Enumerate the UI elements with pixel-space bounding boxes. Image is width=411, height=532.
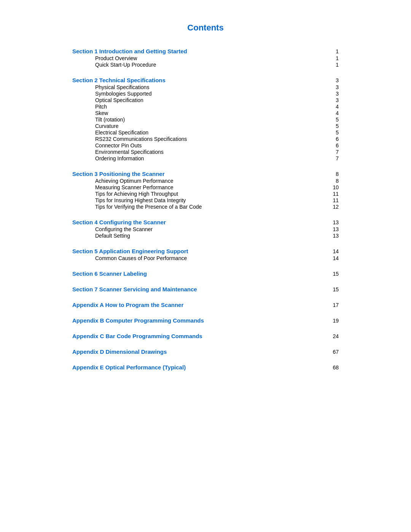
toc-sub-item-section2-0[interactable]: Physical Specifications3 [72, 84, 339, 90]
sub-item-label-section2-8: RS232 Communications Specifications [95, 136, 327, 142]
toc-section-appendixC: Appendix C Bar Code Programming Commands… [72, 333, 339, 339]
section-title-section2: Section 2 Technical Specifications [72, 77, 327, 83]
section-title-section7: Section 7 Scanner Servicing and Maintena… [72, 286, 327, 292]
toc-sub-item-section3-4[interactable]: Tips for Verifying the Presence of a Bar… [72, 204, 339, 210]
toc-section-appendixA: Appendix A How to Program the Scanner17 [72, 302, 339, 308]
sub-page-num-section2-3: 4 [327, 104, 339, 110]
sub-page-num-section2-5: 5 [327, 117, 339, 123]
toc-sub-item-section1-0[interactable]: Product Overview1 [72, 55, 339, 61]
toc-sub-item-section2-8[interactable]: RS232 Communications Specifications6 [72, 136, 339, 142]
section-page-appendixC: 24 [327, 333, 339, 339]
sub-page-num-section5-0: 14 [327, 255, 339, 261]
sub-item-label-section2-5: Tilt (rotation) [95, 117, 327, 123]
toc-sub-item-section2-11[interactable]: Ordering Information7 [72, 155, 339, 161]
toc-section-header-section1[interactable]: Section 1 Introduction and Getting Start… [72, 48, 339, 54]
sub-item-label-section3-1: Measuring Scanner Performance [95, 184, 327, 190]
sub-item-label-section3-2: Tips for Achieving High Throughput [95, 191, 327, 197]
section-page-appendixA: 17 [327, 302, 339, 308]
toc-section-header-section2[interactable]: Section 2 Technical Specifications3 [72, 77, 339, 83]
sub-item-label-section2-0: Physical Specifications [95, 84, 327, 90]
toc-sub-item-section2-9[interactable]: Connector Pin Outs6 [72, 142, 339, 149]
sub-item-label-section5-0: Common Causes of Poor Performance [95, 255, 327, 261]
section-title-section5: Section 5 Application Engineering Suppor… [72, 248, 327, 254]
section-page-appendixD: 67 [327, 349, 339, 355]
toc-section-appendixB: Appendix B Computer Programming Commands… [72, 317, 339, 324]
sub-page-num-section2-1: 3 [327, 91, 339, 97]
toc-section-header-section6[interactable]: Section 6 Scanner Labeling15 [72, 270, 339, 277]
sub-page-num-section4-0: 13 [327, 226, 339, 232]
toc-sub-item-section2-4[interactable]: Skew4 [72, 110, 339, 116]
section-title-appendixD: Appendix D Dimensional Drawings [72, 348, 327, 355]
sub-item-label-section2-11: Ordering Information [95, 155, 327, 161]
toc-section-section1: Section 1 Introduction and Getting Start… [72, 48, 339, 68]
toc-section-header-appendixD[interactable]: Appendix D Dimensional Drawings67 [72, 348, 339, 355]
toc-section-header-appendixA[interactable]: Appendix A How to Program the Scanner17 [72, 302, 339, 308]
section-title-appendixA: Appendix A How to Program the Scanner [72, 302, 327, 308]
toc-sub-item-section2-6[interactable]: Curvature5 [72, 123, 339, 129]
sub-page-num-section3-1: 10 [327, 184, 339, 190]
sub-item-label-section4-0: Configuring the Scanner [95, 226, 327, 232]
sub-item-label-section2-10: Environmental Specifications [95, 149, 327, 155]
sub-page-num-section2-9: 6 [327, 142, 339, 149]
toc-sub-item-section4-0[interactable]: Configuring the Scanner13 [72, 226, 339, 232]
sub-page-num-section4-1: 13 [327, 233, 339, 239]
toc-section-header-section3[interactable]: Section 3 Positioning the Scanner8 [72, 171, 339, 177]
toc-section-section7: Section 7 Scanner Servicing and Maintena… [72, 286, 339, 292]
section-page-section2: 3 [327, 77, 339, 83]
toc-sub-item-section2-1[interactable]: Symbologies Supported3 [72, 91, 339, 97]
sub-page-num-section1-1: 1 [327, 62, 339, 68]
toc-sub-item-section2-10[interactable]: Environmental Specifications7 [72, 149, 339, 155]
sub-item-label-section3-4: Tips for Verifying the Presence of a Bar… [95, 204, 327, 210]
section-page-section3: 8 [327, 171, 339, 177]
toc-sub-item-section3-2[interactable]: Tips for Achieving High Throughput11 [72, 191, 339, 197]
section-page-section4: 13 [327, 219, 339, 225]
toc-section-section3: Section 3 Positioning the Scanner8Achiev… [72, 171, 339, 210]
page-title: Contents [30, 23, 381, 33]
sub-item-label-section2-9: Connector Pin Outs [95, 142, 327, 149]
toc-section-header-appendixC[interactable]: Appendix C Bar Code Programming Commands… [72, 333, 339, 339]
section-title-appendixB: Appendix B Computer Programming Commands [72, 317, 327, 324]
toc-section-header-appendixB[interactable]: Appendix B Computer Programming Commands… [72, 317, 339, 324]
section-page-appendixE: 68 [327, 364, 339, 371]
section-page-section1: 1 [327, 48, 339, 54]
sub-item-label-section3-0: Achieving Optimum Performance [95, 178, 327, 184]
sub-item-label-section2-6: Curvature [95, 123, 327, 129]
sub-page-num-section3-4: 12 [327, 204, 339, 210]
sub-item-label-section2-1: Symbologies Supported [95, 91, 327, 97]
toc-sub-item-section3-1[interactable]: Measuring Scanner Performance10 [72, 184, 339, 190]
toc-section-header-section5[interactable]: Section 5 Application Engineering Suppor… [72, 248, 339, 254]
sub-item-label-section3-3: Tips for Insuring Highest Data Integrity [95, 197, 327, 203]
toc-section-appendixD: Appendix D Dimensional Drawings67 [72, 348, 339, 355]
section-page-section6: 15 [327, 271, 339, 277]
sub-item-label-section1-0: Product Overview [95, 55, 327, 61]
toc-sub-item-section1-1[interactable]: Quick Start-Up Procedure1 [72, 62, 339, 68]
toc-sub-item-section2-2[interactable]: Optical Specification3 [72, 97, 339, 103]
toc-section-section2: Section 2 Technical Specifications3Physi… [72, 77, 339, 161]
toc-sub-item-section4-1[interactable]: Default Setting13 [72, 233, 339, 239]
sub-page-num-section3-3: 11 [327, 197, 339, 203]
sub-page-num-section1-0: 1 [327, 55, 339, 61]
toc-sub-item-section2-3[interactable]: Pitch4 [72, 104, 339, 110]
toc-sub-item-section2-7[interactable]: Electrical Specification5 [72, 129, 339, 136]
sub-page-num-section2-10: 7 [327, 149, 339, 155]
sub-item-label-section2-3: Pitch [95, 104, 327, 110]
toc-sub-item-section5-0[interactable]: Common Causes of Poor Performance14 [72, 255, 339, 261]
toc-section-section4: Section 4 Configuring the Scanner13Confi… [72, 219, 339, 239]
section-page-appendixB: 19 [327, 318, 339, 324]
sub-page-num-section2-0: 3 [327, 84, 339, 90]
toc-sub-item-section2-5[interactable]: Tilt (rotation)5 [72, 117, 339, 123]
sub-item-label-section4-1: Default Setting [95, 233, 327, 239]
sub-page-num-section2-4: 4 [327, 110, 339, 116]
toc-sub-item-section3-0[interactable]: Achieving Optimum Performance8 [72, 178, 339, 184]
sub-page-num-section2-8: 6 [327, 136, 339, 142]
toc-sub-item-section3-3[interactable]: Tips for Insuring Highest Data Integrity… [72, 197, 339, 203]
section-title-appendixE: Appendix E Optical Performance (Typical) [72, 364, 327, 371]
sub-page-num-section2-6: 5 [327, 123, 339, 129]
section-page-section7: 15 [327, 286, 339, 292]
toc-section-header-section7[interactable]: Section 7 Scanner Servicing and Maintena… [72, 286, 339, 292]
toc-section-section5: Section 5 Application Engineering Suppor… [72, 248, 339, 261]
toc-section-header-section4[interactable]: Section 4 Configuring the Scanner13 [72, 219, 339, 225]
toc-container: Section 1 Introduction and Getting Start… [72, 48, 339, 371]
toc-section-header-appendixE[interactable]: Appendix E Optical Performance (Typical)… [72, 364, 339, 371]
section-title-section4: Section 4 Configuring the Scanner [72, 219, 327, 225]
